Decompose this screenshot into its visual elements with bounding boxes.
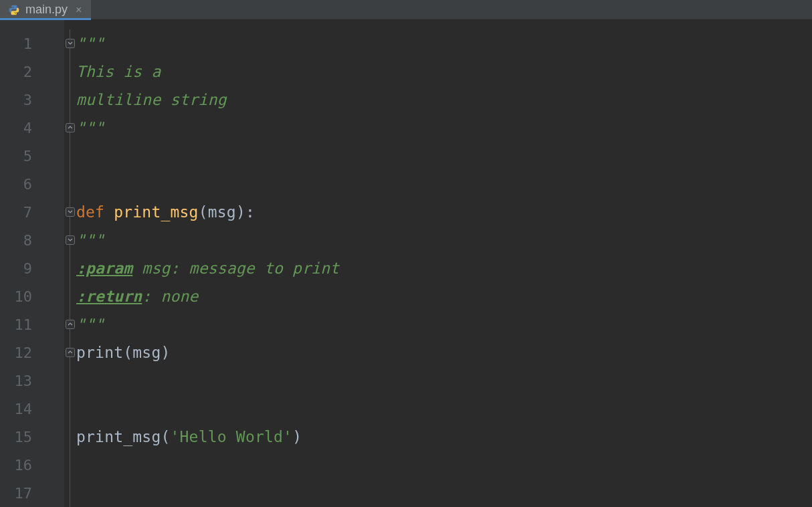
code-line: multiline string (76, 86, 812, 114)
line-number: 11 (0, 310, 64, 338)
code-line: """ (76, 114, 812, 142)
code-line: print(msg) (76, 338, 812, 367)
fold-marker-open[interactable] (64, 226, 76, 254)
line-number: 2 (0, 58, 64, 86)
docstring-quotes: """ (76, 316, 104, 333)
docstring-text: multiline string (76, 91, 227, 108)
docstring-text: This is a (76, 63, 161, 80)
docstring-text: msg: message to print (132, 260, 339, 277)
keyword-def: def (76, 203, 104, 221)
docstring-quotes: """ (76, 35, 104, 52)
svg-rect-4 (66, 320, 75, 329)
code-line (76, 367, 812, 395)
code-line: print_msg('Hello World') (76, 423, 812, 451)
code-line: def print_msg(msg): (76, 198, 812, 226)
python-file-icon (8, 4, 20, 16)
docstring-tag: :return (76, 288, 142, 305)
tab-main-py[interactable]: main.py × (0, 0, 91, 19)
code-line (76, 142, 812, 170)
svg-rect-1 (66, 124, 75, 132)
line-number: 12 (0, 338, 64, 367)
line-number: 6 (0, 170, 64, 198)
fold-marker-close[interactable] (64, 338, 76, 367)
code-line: """ (76, 310, 812, 338)
docstring-tag: :param (76, 260, 132, 277)
code-line (76, 451, 812, 479)
line-number: 10 (0, 282, 64, 310)
code-line (76, 395, 812, 423)
function-call: print_msg (76, 428, 161, 445)
line-number: 1 (0, 29, 64, 58)
fold-marker-open[interactable] (64, 29, 76, 58)
tab-label: main.py (25, 3, 68, 17)
svg-rect-3 (66, 236, 75, 245)
fold-guide-line (70, 29, 70, 507)
line-number: 9 (0, 254, 64, 282)
line-number: 4 (0, 114, 64, 142)
parameter: msg (208, 203, 236, 221)
code-line: :param msg: message to print (76, 254, 812, 282)
svg-rect-5 (66, 348, 75, 357)
line-number-gutter: 1 2 3 4 5 6 7 8 9 10 11 12 13 14 15 16 1… (0, 20, 64, 507)
line-number: 5 (0, 142, 64, 170)
code-line: This is a (76, 58, 812, 86)
docstring-text: none (151, 288, 198, 305)
docstring-quotes: """ (76, 119, 104, 136)
code-line: """ (76, 226, 812, 254)
line-number: 7 (0, 198, 64, 226)
fold-marker-open[interactable] (64, 198, 76, 226)
line-number: 13 (0, 367, 64, 395)
code-content[interactable]: """ This is a multiline string """ def p… (76, 20, 812, 507)
fold-column (64, 20, 76, 507)
line-number: 17 (0, 479, 64, 507)
close-icon[interactable]: × (76, 5, 82, 15)
string-literal: 'Hello World' (171, 428, 293, 445)
identifier: msg (132, 344, 161, 361)
builtin-call: print (76, 344, 123, 361)
code-line (76, 479, 812, 507)
fold-marker-close[interactable] (64, 114, 76, 142)
line-number: 14 (0, 395, 64, 423)
docstring-quotes: """ (76, 231, 104, 249)
editor-window: main.py × 1 2 3 4 5 6 7 8 9 10 11 12 13 … (0, 0, 812, 507)
code-line (76, 170, 812, 198)
code-line: :return: none (76, 282, 812, 310)
code-line: """ (76, 29, 812, 58)
fold-marker-close[interactable] (64, 310, 76, 338)
line-number: 3 (0, 86, 64, 114)
svg-rect-0 (66, 39, 75, 48)
tab-bar: main.py × (0, 0, 812, 20)
line-number: 16 (0, 451, 64, 479)
line-number: 15 (0, 423, 64, 451)
editor-area[interactable]: 1 2 3 4 5 6 7 8 9 10 11 12 13 14 15 16 1… (0, 20, 812, 507)
function-name: print_msg (114, 203, 198, 221)
svg-rect-2 (66, 208, 75, 217)
line-number: 8 (0, 226, 64, 254)
